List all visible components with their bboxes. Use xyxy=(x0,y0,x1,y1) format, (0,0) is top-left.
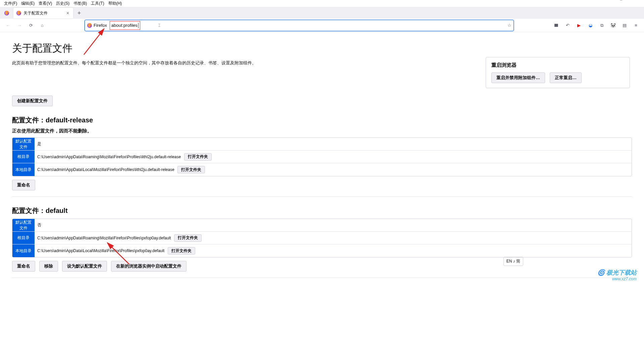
maximize-button[interactable]: ▢ xyxy=(613,0,629,4)
profile1-table: 默认配置文件 是 根目录 C:\Users\admin\AppData\Roam… xyxy=(12,137,632,176)
watermark-url: www.xz7.com xyxy=(597,277,637,281)
tab-favicon xyxy=(16,10,21,16)
profile2-root-path: C:\Users\admin\AppData\Roaming\Mozilla\F… xyxy=(37,235,171,240)
profile2-remove-button[interactable]: 移除 xyxy=(39,261,58,272)
baidu-icon[interactable]: ◒ xyxy=(585,20,596,31)
sidebar-icon[interactable]: ▤ xyxy=(619,20,630,31)
profile2-set-default-button[interactable]: 设为默认配置文件 xyxy=(62,261,107,272)
profile1-root-path: C:\Users\admin\AppData\Roaming\Mozilla\F… xyxy=(37,154,181,159)
profile1-default-value: 是 xyxy=(35,138,632,151)
panda-icon[interactable]: 🐼 xyxy=(608,20,619,31)
restart-disable-addons-button[interactable]: 重启并禁用附加组件… xyxy=(491,72,545,83)
profile2-default-label: 默认配置文件 xyxy=(12,219,35,232)
bookmark-star-icon[interactable]: ☆ xyxy=(507,23,512,28)
menu-file[interactable]: 文件(F) xyxy=(2,0,19,7)
app-menu-button[interactable]: ≡ xyxy=(631,20,641,31)
text-cursor xyxy=(138,23,139,28)
profile2-root-label: 根目录 xyxy=(12,232,35,244)
youtube-icon[interactable]: ▶ xyxy=(574,20,584,31)
menu-history[interactable]: 历史(S) xyxy=(54,0,71,7)
profile1-local-label: 本地目录 xyxy=(12,163,35,176)
browser-tab[interactable]: 关于配置文件 × xyxy=(13,8,73,18)
extension-icon[interactable]: ⧉ xyxy=(596,20,607,31)
profile2-local-label: 本地目录 xyxy=(12,244,35,257)
menu-bookmarks[interactable]: 书签(B) xyxy=(71,0,89,7)
url-text: about:profiles xyxy=(111,23,138,28)
toolbar: ← → ⟳ ⌂ Firefox about:profiles 𝙸 ☆ ⯀ ↶ ▶… xyxy=(0,19,644,32)
profile1-heading: 配置文件：default-release xyxy=(12,116,632,125)
tab-bar: 关于配置文件 × + xyxy=(0,7,644,19)
home-button[interactable]: ⌂ xyxy=(37,20,48,31)
page-title: 关于配置文件 xyxy=(12,42,632,55)
reload-button[interactable]: ⟳ xyxy=(25,20,36,31)
identity-badge: Firefox xyxy=(87,23,107,28)
restart-browser-panel: 重启浏览器 重启并禁用附加组件… 正常重启… xyxy=(486,57,630,88)
watermark: 🌀 极光下载站 www.xz7.com xyxy=(597,269,637,281)
new-tab-button[interactable]: + xyxy=(74,8,84,18)
restart-normal-button[interactable]: 正常重启… xyxy=(550,72,582,83)
minimize-button[interactable]: — xyxy=(598,0,613,4)
menu-edit[interactable]: 编辑(E) xyxy=(19,0,37,7)
divider xyxy=(12,196,632,197)
tab-close-button[interactable]: × xyxy=(65,10,70,16)
url-bar[interactable]: Firefox about:profiles 𝙸 ☆ xyxy=(85,20,514,31)
profile2-table: 默认配置文件 否 根目录 C:\Users\admin\AppData\Roam… xyxy=(12,219,632,257)
menu-view[interactable]: 查看(V) xyxy=(37,0,54,7)
text-caret-icon: 𝙸 xyxy=(158,22,161,28)
menu-help[interactable]: 帮助(H) xyxy=(106,0,124,7)
profile2-launch-button[interactable]: 在新的浏览器实例中启动配置文件 xyxy=(111,261,186,272)
profile1-in-use-note: 正在使用此配置文件，因而不能删除。 xyxy=(12,128,632,134)
tab-title: 关于配置文件 xyxy=(23,10,63,16)
restart-title: 重启浏览器 xyxy=(491,62,624,68)
profile2-open-root-button[interactable]: 打开文件夹 xyxy=(174,234,202,242)
pinned-firefox-icon[interactable] xyxy=(1,8,12,18)
page-content: 关于配置文件 此页面有助于您管理您的配置文件。每个配置文件都是一个独立的空间，其… xyxy=(0,32,644,345)
divider xyxy=(12,278,632,278)
menubar: 文件(F) 编辑(E) 查看(V) 历史(S) 书签(B) 工具(T) 帮助(H… xyxy=(0,0,644,7)
identity-label: Firefox xyxy=(94,23,107,28)
window-controls: — ▢ ✕ xyxy=(598,0,644,4)
profile2-local-path: C:\Users\admin\AppData\Local\Mozilla\Fir… xyxy=(37,248,164,253)
profile2-heading: 配置文件：default xyxy=(12,206,632,215)
url-highlight-annotation: about:profiles xyxy=(110,21,140,30)
profile1-open-local-button[interactable]: 打开文件夹 xyxy=(177,166,205,173)
forward-button[interactable]: → xyxy=(14,20,25,31)
back-button[interactable]: ← xyxy=(3,20,13,31)
close-window-button[interactable]: ✕ xyxy=(629,0,644,4)
menu-tools[interactable]: 工具(T) xyxy=(89,0,106,7)
profile1-rename-button[interactable]: 重命名 xyxy=(12,180,35,190)
profile1-open-root-button[interactable]: 打开文件夹 xyxy=(184,153,212,161)
undo-icon[interactable]: ↶ xyxy=(562,20,573,31)
ime-indicator[interactable]: EN ♪ 简 xyxy=(503,257,523,266)
profile2-default-value: 否 xyxy=(35,219,632,232)
profile1-default-label: 默认配置文件 xyxy=(12,138,35,151)
create-profile-button[interactable]: 创建新配置文件 xyxy=(12,96,53,106)
profile2-open-local-button[interactable]: 打开文件夹 xyxy=(168,247,195,254)
watermark-name: 极光下载站 xyxy=(606,269,637,276)
profile1-root-label: 根目录 xyxy=(12,151,35,163)
screenshot-icon[interactable]: ⯀ xyxy=(551,20,561,31)
profile2-rename-button[interactable]: 重命名 xyxy=(12,261,35,272)
profile1-local-path: C:\Users\admin\AppData\Local\Mozilla\Fir… xyxy=(37,167,174,172)
